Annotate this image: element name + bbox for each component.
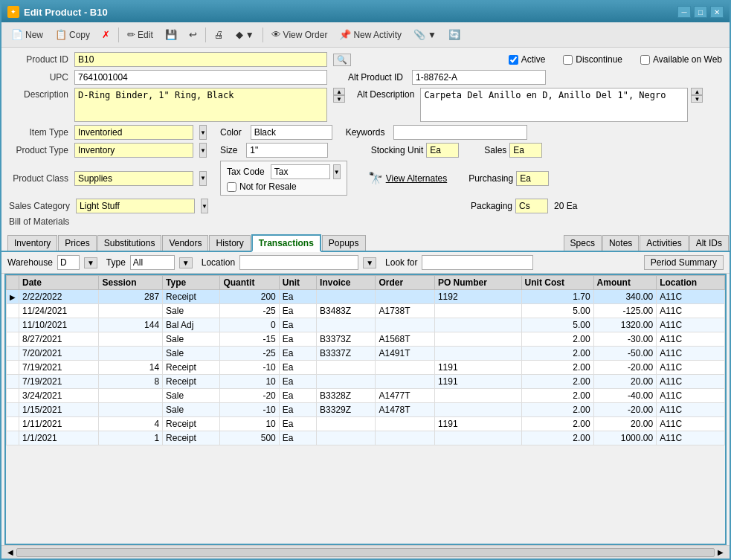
product-id-input[interactable] — [74, 52, 327, 67]
alt-product-id-input[interactable] — [412, 70, 546, 85]
location-dropdown[interactable]: ▼ — [363, 257, 376, 268]
table-row[interactable]: 7/19/202114Receipt-10Ea11912.00-20.00A11… — [7, 361, 725, 375]
table-row[interactable]: 7/19/20218Receipt10Ea11912.0020.00A11C — [7, 375, 725, 389]
purchasing-input[interactable] — [516, 171, 549, 186]
sales-category-input[interactable] — [76, 199, 195, 213]
product-id-search-button[interactable]: 🔍 — [333, 54, 351, 66]
description-input[interactable]: D-Ring Binder, 1" Ring, Black — [74, 88, 327, 122]
scroll-right-button[interactable]: ▶ — [715, 548, 727, 556]
copy-button[interactable]: 📋 Copy — [50, 27, 95, 42]
sales-category-label: Sales Category — [9, 201, 70, 211]
table-row[interactable]: 7/20/2021Sale-25EaB3337ZA1491T2.00-50.00… — [7, 347, 725, 361]
sales-category-dropdown[interactable]: ▼ — [201, 199, 208, 213]
edit-button[interactable]: ✏ Edit — [122, 27, 158, 42]
tab-alt-ids[interactable]: Alt IDs — [689, 235, 729, 251]
new-activity-icon: 📌 — [339, 29, 351, 40]
type-dropdown[interactable]: ▼ — [179, 257, 193, 268]
tax-code-dropdown[interactable]: ▼ — [333, 164, 341, 179]
view-order-button[interactable]: 👁 View Order — [266, 27, 333, 42]
scrollbar-area: ◀ ▶ — [1, 545, 730, 559]
save-button[interactable]: 💾 — [160, 27, 182, 42]
minimize-button[interactable]: ─ — [677, 6, 691, 18]
packaging-input[interactable] — [515, 199, 548, 213]
active-checkbox[interactable] — [509, 55, 518, 65]
maximize-button[interactable]: □ — [694, 6, 707, 18]
location-input[interactable] — [239, 255, 358, 270]
warehouse-input[interactable] — [57, 255, 80, 270]
alt-description-input[interactable]: Carpeta Del Anillo en D, Anillo Del 1", … — [420, 88, 688, 122]
horizontal-scrollbar[interactable] — [16, 548, 715, 557]
refresh-button[interactable]: 🔄 — [443, 27, 466, 42]
alt-scroll-up[interactable]: ▲ — [691, 88, 703, 95]
table-row[interactable]: 1/15/2021Sale-10EaB3329ZA1478T2.00-20.00… — [7, 403, 725, 417]
keywords-input[interactable] — [393, 125, 527, 140]
packaging-qty: 20 Ea — [554, 201, 577, 211]
discontinue-label: Discontinue — [576, 54, 622, 65]
tax-code-input[interactable] — [271, 164, 330, 179]
warehouse-dropdown[interactable]: ▼ — [84, 257, 97, 268]
product-class-input[interactable] — [74, 171, 193, 186]
print-icon: 🖨 — [214, 29, 224, 40]
table-row[interactable]: 11/10/2021144Bal Adj0Ea5.001320.00A11C — [7, 318, 725, 332]
table-row[interactable]: 3/24/2021Sale-20EaB3328ZA1477T2.00-40.00… — [7, 389, 725, 403]
available-web-checkbox[interactable] — [640, 55, 650, 65]
tab-notes[interactable]: Notes — [602, 235, 639, 251]
discontinue-checkbox[interactable] — [563, 55, 573, 65]
product-type-input[interactable] — [74, 143, 193, 158]
tab-inventory[interactable]: Inventory — [7, 235, 57, 251]
table-row[interactable]: ▶2/22/2022287Receipt200Ea11921.70340.00A… — [7, 290, 725, 304]
product-type-dropdown[interactable]: ▼ — [199, 143, 207, 158]
desc-scroll-up[interactable]: ▲ — [333, 88, 345, 95]
col-indicator — [7, 276, 19, 290]
row-upc: UPC Alt Product ID — [9, 70, 722, 85]
stocking-unit-input[interactable] — [426, 143, 459, 158]
col-quantity: Quantit — [220, 276, 279, 290]
tab-transactions[interactable]: Transactions — [251, 234, 321, 252]
alt-description-label: Alt Description — [357, 89, 414, 100]
tab-prices[interactable]: Prices — [58, 235, 96, 251]
desc-scroll-down[interactable]: ▼ — [333, 95, 345, 103]
filter-row: Warehouse ▼ Type ▼ Location ▼ Look for P… — [1, 252, 730, 274]
period-summary-button[interactable]: Period Summary — [644, 255, 724, 270]
purchasing-label: Purchasing — [465, 173, 513, 184]
tab-specs[interactable]: Specs — [564, 235, 602, 251]
table-row[interactable]: 1/11/20214Receipt10Ea11912.0020.00A11C — [7, 417, 725, 431]
table-row[interactable]: 8/27/2021Sale-15EaB3373ZA1568T2.00-30.00… — [7, 332, 725, 347]
stocking-row: Stocking Unit Sales — [356, 143, 542, 158]
tab-popups[interactable]: Popups — [322, 235, 366, 251]
tab-activities[interactable]: Activities — [640, 235, 688, 251]
new-label: New — [25, 30, 43, 40]
alt-scroll-down[interactable]: ▼ — [691, 95, 703, 103]
tab-substitutions[interactable]: Substitutions — [97, 235, 162, 251]
undo-button[interactable]: ↩ — [184, 27, 202, 42]
close-button[interactable]: ✕ — [710, 6, 724, 18]
color-input[interactable] — [251, 125, 332, 140]
table-row[interactable]: 1/1/20211Receipt500Ea2.001000.00A11C — [7, 431, 725, 445]
save-icon: 💾 — [165, 29, 177, 40]
options-button[interactable]: ◆ ▼ — [231, 27, 260, 42]
upc-input[interactable] — [74, 70, 327, 85]
product-id-label: Product ID — [9, 54, 68, 65]
window-title: Edit Product - B10 — [24, 7, 108, 18]
delete-button[interactable]: ✗ — [97, 27, 115, 42]
attach-button[interactable]: 📎 ▼ — [408, 27, 442, 42]
new-button[interactable]: 📄 New — [6, 27, 48, 42]
item-type-dropdown[interactable]: ▼ — [199, 125, 207, 140]
type-input[interactable] — [130, 255, 175, 270]
tab-vendors[interactable]: Vendors — [162, 235, 208, 251]
size-input[interactable] — [246, 143, 328, 158]
item-type-input[interactable] — [74, 125, 193, 140]
row-product-type: Product Type ▼ Size Stocking Unit Sales — [9, 143, 722, 158]
tab-history[interactable]: History — [209, 235, 250, 251]
print-button[interactable]: 🖨 — [209, 27, 229, 42]
look-for-input[interactable] — [422, 255, 533, 270]
title-bar-left: ✦ Edit Product - B10 — [7, 6, 108, 18]
new-activity-button[interactable]: 📌 New Activity — [334, 27, 407, 42]
scroll-left-button[interactable]: ◀ — [4, 548, 16, 556]
not-for-resale-checkbox[interactable] — [227, 182, 236, 192]
sales-input[interactable] — [509, 143, 542, 158]
product-class-dropdown[interactable]: ▼ — [199, 171, 207, 186]
col-type: Type — [163, 276, 220, 290]
table-row[interactable]: 11/24/2021Sale-25EaB3483ZA1738T5.00-125.… — [7, 304, 725, 318]
view-alternates-link[interactable]: View Alternates — [386, 173, 448, 184]
